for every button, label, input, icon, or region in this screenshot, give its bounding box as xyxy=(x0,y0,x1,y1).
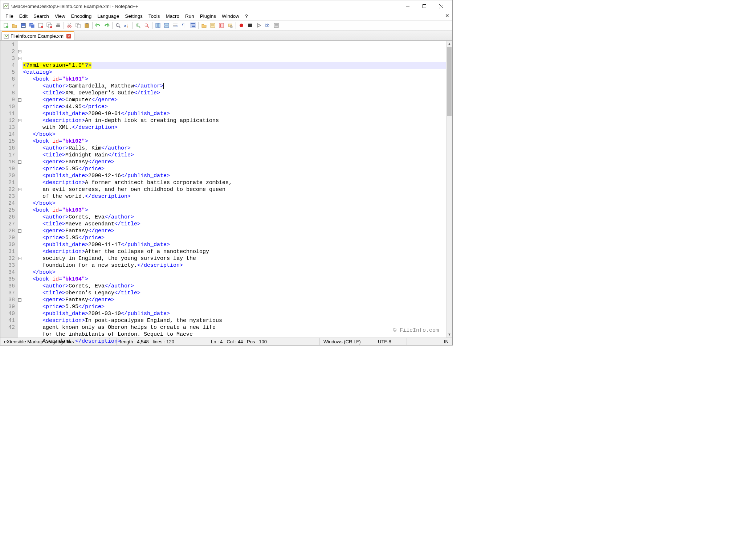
code-line[interactable]: </book> xyxy=(23,345,446,346)
redo-button[interactable] xyxy=(103,21,111,29)
menu-file[interactable]: File xyxy=(3,13,16,20)
fold-toggle-icon[interactable]: − xyxy=(18,57,21,60)
vertical-scrollbar[interactable]: ▲ ▼ xyxy=(446,41,452,338)
fold-toggle-icon[interactable]: − xyxy=(18,298,21,302)
menu-view[interactable]: View xyxy=(52,13,68,20)
close-button[interactable] xyxy=(37,21,45,29)
code-line[interactable]: <catalog> xyxy=(23,69,446,76)
fold-toggle-icon[interactable]: − xyxy=(18,119,21,122)
find-button[interactable] xyxy=(114,21,122,29)
play-button[interactable] xyxy=(255,21,263,29)
menu-plugins[interactable]: Plugins xyxy=(197,13,219,20)
code-line[interactable]: <publish_date>2001-03-10</publish_date> xyxy=(23,310,446,317)
scroll-thumb[interactable] xyxy=(447,47,452,116)
menubar-close-icon[interactable]: ✕ xyxy=(445,13,449,19)
save-button[interactable] xyxy=(19,21,27,29)
fold-toggle-icon[interactable]: − xyxy=(18,257,21,260)
code-line[interactable]: <title>Oberon's Legacy</title> xyxy=(23,290,446,297)
menu-help[interactable]: ? xyxy=(242,13,251,20)
close-all-button[interactable] xyxy=(45,21,53,29)
show-all-button[interactable]: ¶ xyxy=(180,21,188,29)
code-line[interactable]: <book id="bk104"> xyxy=(23,276,446,283)
code-area[interactable]: © FileInfo.com <?xml version="1.0"?><cat… xyxy=(22,41,446,338)
code-line[interactable]: <author>Corets, Eva</author> xyxy=(23,283,446,290)
code-line[interactable]: <author>Corets, Eva</author> xyxy=(23,214,446,221)
wrap-button[interactable] xyxy=(171,21,179,29)
code-line[interactable]: <book id="bk102"> xyxy=(23,138,446,145)
code-line[interactable]: <author>Ralls, Kim</author> xyxy=(23,145,446,152)
code-line[interactable]: </book> xyxy=(23,200,446,207)
folder-button[interactable] xyxy=(200,21,208,29)
menu-language[interactable]: Language xyxy=(94,13,122,20)
code-line[interactable]: <price>5.95</price> xyxy=(23,234,446,241)
new-button[interactable] xyxy=(2,21,10,29)
code-line[interactable]: for the inhabitants of London. Sequel to… xyxy=(23,331,446,338)
doc-map-button[interactable] xyxy=(209,21,217,29)
code-line[interactable]: <title>Midnight Rain</title> xyxy=(23,152,446,159)
code-line[interactable]: <publish_date>2000-10-01</publish_date> xyxy=(23,110,446,117)
indent-button[interactable] xyxy=(189,21,197,29)
code-line[interactable]: <title>Maeve Ascendant</title> xyxy=(23,221,446,228)
sync-h-button[interactable] xyxy=(163,21,171,29)
func-list-button[interactable]: f xyxy=(217,21,225,29)
code-line[interactable]: <author>Gambardella, Matthew</author> xyxy=(23,83,446,90)
replace-button[interactable]: abc xyxy=(123,21,131,29)
record-button[interactable] xyxy=(237,21,245,29)
cut-button[interactable] xyxy=(65,21,73,29)
code-line[interactable]: <description>An in-depth look at creatin… xyxy=(23,117,446,124)
fold-toggle-icon[interactable]: − xyxy=(18,188,21,191)
code-line[interactable]: <price>5.95</price> xyxy=(23,303,446,310)
code-line[interactable]: an evil sorceress, and her own childhood… xyxy=(23,186,446,193)
code-line[interactable]: society in England, the young survivors … xyxy=(23,255,446,262)
close-button[interactable] xyxy=(433,0,449,12)
code-line[interactable]: <price>44.95</price> xyxy=(23,103,446,110)
code-line[interactable]: with XML.</description> xyxy=(23,124,446,131)
code-line[interactable]: <description>A former architect battles … xyxy=(23,179,446,186)
scroll-up-icon[interactable]: ▲ xyxy=(446,41,452,47)
menu-macro[interactable]: Macro xyxy=(163,13,183,20)
code-line[interactable]: agent known only as Oberon helps to crea… xyxy=(23,324,446,331)
code-line[interactable]: </book> xyxy=(23,269,446,276)
code-line[interactable]: <book id="bk101"> xyxy=(23,76,446,83)
code-line[interactable]: <description>In post-apocalypse England,… xyxy=(23,317,446,324)
code-line[interactable]: of the world.</description> xyxy=(23,193,446,200)
menu-tools[interactable]: Tools xyxy=(146,13,163,20)
code-line[interactable]: <genre>Fantasy</genre> xyxy=(23,159,446,165)
sync-v-button[interactable] xyxy=(154,21,162,29)
maximize-button[interactable] xyxy=(416,0,433,12)
zoom-in-button[interactable] xyxy=(134,21,142,29)
menu-edit[interactable]: Edit xyxy=(16,13,30,20)
code-line[interactable]: Ascendant.</description> xyxy=(23,338,446,345)
play-multi-button[interactable] xyxy=(264,21,272,29)
menu-search[interactable]: Search xyxy=(30,13,52,20)
fold-toggle-icon[interactable]: − xyxy=(18,98,21,102)
code-line[interactable]: <publish_date>2000-11-17</publish_date> xyxy=(23,241,446,248)
save-all-button[interactable] xyxy=(28,21,36,29)
fold-toggle-icon[interactable]: − xyxy=(18,229,21,233)
code-line[interactable]: <title>XML Developer's Guide</title> xyxy=(23,90,446,97)
macro-opts-button[interactable] xyxy=(272,21,280,29)
code-line[interactable]: <genre>Computer</genre> xyxy=(23,97,446,103)
code-line[interactable]: foundation for a new society.</descripti… xyxy=(23,262,446,269)
open-button[interactable] xyxy=(11,21,19,29)
code-line[interactable]: <publish_date>2000-12-16</publish_date> xyxy=(23,172,446,179)
tab-active[interactable]: FileInfo.com Example.xml ✕ xyxy=(1,31,74,40)
print-button[interactable] xyxy=(54,21,62,29)
code-line[interactable]: <description>After the collapse of a nan… xyxy=(23,248,446,255)
code-line[interactable]: <book id="bk103"> xyxy=(23,207,446,214)
menu-encoding[interactable]: Encoding xyxy=(68,13,94,20)
tab-close-icon[interactable]: ✕ xyxy=(66,34,71,38)
code-line[interactable]: <genre>Fantasy</genre> xyxy=(23,228,446,234)
stop-button[interactable] xyxy=(246,21,254,29)
undo-button[interactable] xyxy=(94,21,102,29)
zoom-out-button[interactable] xyxy=(143,21,151,29)
minimize-button[interactable] xyxy=(399,0,416,12)
code-line[interactable]: </book> xyxy=(23,131,446,138)
menu-window[interactable]: Window xyxy=(219,13,242,20)
menu-run[interactable]: Run xyxy=(182,13,197,20)
scroll-down-icon[interactable]: ▼ xyxy=(446,331,452,338)
monitor-button[interactable] xyxy=(226,21,234,29)
paste-button[interactable] xyxy=(83,21,91,29)
menu-settings[interactable]: Settings xyxy=(122,13,146,20)
fold-toggle-icon[interactable]: − xyxy=(18,50,21,53)
